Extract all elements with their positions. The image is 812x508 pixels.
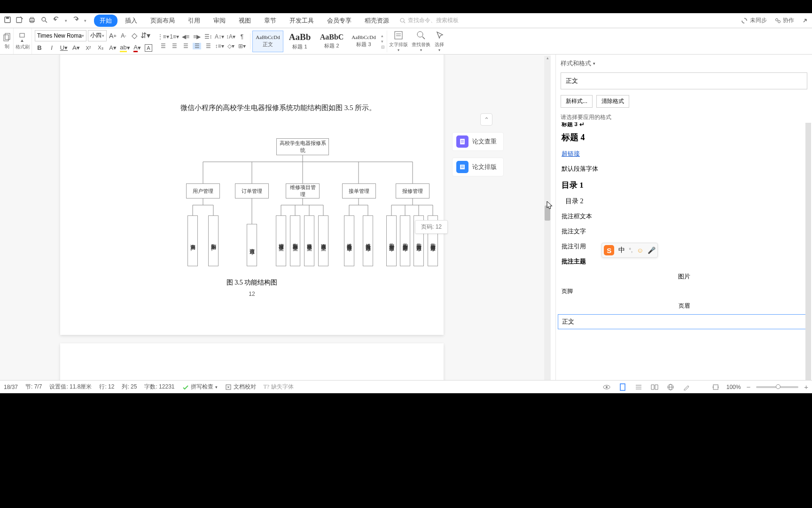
distribute-button[interactable]: ☰ bbox=[204, 43, 212, 49]
ime-lang[interactable]: 中 bbox=[618, 246, 625, 254]
command-search[interactable]: 查找命令、搜索模板 bbox=[399, 16, 459, 24]
fit-width-icon[interactable] bbox=[710, 383, 721, 391]
style-item-toc1[interactable]: 目录 1 bbox=[556, 176, 812, 194]
read-view-icon[interactable] bbox=[649, 383, 660, 391]
save-as-icon[interactable] bbox=[16, 16, 23, 25]
tab-resources[interactable]: 稻壳资源 bbox=[359, 15, 395, 27]
clear-format-button[interactable]: 清除格式 bbox=[596, 95, 629, 108]
tab-review[interactable]: 审阅 bbox=[208, 15, 231, 27]
proof-button[interactable]: 文档校对 bbox=[225, 383, 256, 391]
indent-right-button[interactable]: ≡▶ bbox=[193, 33, 201, 40]
bullets-button[interactable]: ⋮≡▾ bbox=[159, 33, 167, 40]
show-marks-button[interactable]: ¶ bbox=[238, 33, 246, 40]
numbering-button[interactable]: 1≡▾ bbox=[170, 33, 179, 40]
tab-member[interactable]: 会员专享 bbox=[321, 15, 357, 27]
web-view-icon[interactable] bbox=[665, 383, 676, 391]
style-item-header[interactable]: 页眉 bbox=[556, 299, 812, 313]
style-item-comment-theme[interactable]: 批注主题 bbox=[556, 254, 812, 269]
find-replace-button[interactable]: 查找替换▾ bbox=[410, 28, 432, 54]
style-item-comment-ref[interactable]: 批注引用 bbox=[556, 239, 812, 254]
sync-status[interactable]: 未同步 bbox=[741, 16, 767, 24]
spell-check-button[interactable]: 拼写检查▾ bbox=[182, 383, 218, 391]
line-height-button[interactable]: ☰↕ bbox=[204, 33, 212, 40]
ime-floating-bar[interactable]: S 中 °, ☺ 🎤 bbox=[601, 243, 658, 258]
zoom-out-button[interactable]: − bbox=[746, 383, 750, 391]
print-preview-icon[interactable] bbox=[40, 16, 48, 25]
save-icon[interactable] bbox=[4, 16, 11, 25]
subscript-button[interactable]: X₂ bbox=[96, 43, 105, 53]
align-justify-button[interactable]: ☰ bbox=[193, 43, 201, 49]
strikethrough-button[interactable]: A̶▾ bbox=[71, 43, 81, 53]
edit-mode-icon[interactable] bbox=[681, 383, 692, 391]
style-heading2[interactable]: AaBbC标题 2 bbox=[316, 31, 347, 52]
bold-button[interactable]: B bbox=[35, 43, 44, 53]
style-item-default-para-font[interactable]: 默认段落字体 bbox=[556, 161, 812, 176]
undo-dropdown[interactable]: ▾ bbox=[65, 18, 67, 23]
style-item-hyperlink[interactable]: 超链接 bbox=[556, 146, 812, 161]
style-heading3[interactable]: AaBbCcDd标题 3 bbox=[348, 31, 379, 52]
style-item-comment-box[interactable]: 批注框文本 bbox=[556, 209, 812, 224]
thesis-layout-button[interactable]: 论文排版 页码: 12 bbox=[452, 158, 504, 176]
align-left-button[interactable]: ☰ bbox=[159, 43, 167, 49]
clear-format-icon[interactable]: ◇ bbox=[130, 31, 139, 40]
plagiarism-check-button[interactable]: 论文查重 bbox=[452, 132, 504, 151]
borders-button[interactable]: ⊞▾ bbox=[238, 43, 246, 49]
ime-emoji-icon[interactable]: ☺ bbox=[637, 246, 643, 254]
underline-button[interactable]: U▾ bbox=[59, 43, 69, 53]
styles-down-icon[interactable]: ▾ bbox=[381, 39, 385, 44]
style-item-toc2[interactable]: 目录 2 bbox=[556, 194, 812, 209]
italic-button[interactable]: I bbox=[47, 43, 56, 53]
styles-more-icon[interactable]: ⊟ bbox=[381, 45, 385, 49]
select-button[interactable]: 选择▾ bbox=[432, 28, 446, 54]
text-direction-button[interactable]: A↕▾ bbox=[215, 33, 224, 40]
tab-section[interactable]: 章节 bbox=[258, 15, 282, 27]
style-heading1[interactable]: AaBb标题 1 bbox=[284, 31, 315, 52]
sort-button[interactable]: ↕A▾ bbox=[226, 33, 235, 40]
align-center-button[interactable]: ☰ bbox=[170, 43, 179, 49]
shading-button[interactable]: ◇▾ bbox=[226, 43, 235, 49]
redo-dropdown[interactable]: ▾ bbox=[84, 18, 86, 23]
share-button[interactable] bbox=[802, 17, 808, 24]
ime-punct[interactable]: °, bbox=[629, 247, 632, 254]
styles-pane-title[interactable]: 样式和格式▾ bbox=[556, 55, 812, 71]
status-line[interactable]: 行: 12 bbox=[99, 383, 114, 391]
copy-button[interactable]: 制 bbox=[1, 28, 14, 54]
style-item-heading4[interactable]: 标题 4 bbox=[556, 128, 812, 146]
undo-icon[interactable] bbox=[53, 16, 60, 25]
text-effects-button[interactable]: A▾ bbox=[108, 43, 117, 53]
style-item-image[interactable]: 图片 bbox=[556, 269, 812, 284]
zoom-slider[interactable] bbox=[756, 386, 798, 388]
font-color-button[interactable]: A▾ bbox=[133, 43, 142, 53]
page-view-icon[interactable] bbox=[617, 383, 628, 391]
status-section[interactable]: 节: 7/7 bbox=[25, 383, 42, 391]
status-column[interactable]: 列: 25 bbox=[122, 383, 137, 391]
tab-developer[interactable]: 开发工具 bbox=[284, 15, 320, 27]
zoom-value[interactable]: 100% bbox=[726, 384, 741, 390]
missing-font-button[interactable]: T?缺失字体 bbox=[264, 383, 294, 391]
zoom-in-button[interactable]: + bbox=[804, 383, 808, 391]
tab-references[interactable]: 引用 bbox=[182, 15, 206, 27]
current-style[interactable]: 正文 bbox=[561, 72, 807, 89]
tab-home[interactable]: 开始 bbox=[94, 15, 117, 27]
status-page[interactable]: 18/37 bbox=[4, 384, 18, 390]
sogou-icon[interactable]: S bbox=[604, 245, 614, 255]
indent-left-button[interactable]: ◀≡ bbox=[181, 33, 190, 40]
outline-view-icon[interactable] bbox=[633, 383, 644, 391]
new-style-button[interactable]: 新样式... bbox=[561, 95, 593, 108]
highlight-button[interactable]: ab▾ bbox=[120, 43, 130, 53]
ime-mic-icon[interactable]: 🎤 bbox=[648, 246, 656, 254]
eye-view-icon[interactable] bbox=[601, 383, 612, 391]
font-size-select[interactable]: 小四▾ bbox=[88, 30, 107, 41]
align-right-button[interactable]: ☰ bbox=[181, 43, 190, 49]
style-item-footer[interactable]: 页脚 bbox=[556, 284, 812, 299]
status-position[interactable]: 设置值: 11.8厘米 bbox=[49, 383, 92, 391]
redo-icon[interactable] bbox=[72, 16, 79, 25]
style-item-body[interactable]: 正文 bbox=[558, 314, 810, 329]
style-item-comment-text[interactable]: 批注文字 bbox=[556, 224, 812, 239]
tab-insert[interactable]: 插入 bbox=[119, 15, 143, 27]
text-layout-button[interactable]: 文字排版▾ bbox=[387, 28, 410, 54]
style-normal[interactable]: AaBbCcDd正文 bbox=[252, 31, 283, 52]
font-name-select[interactable]: Times New Roma▾ bbox=[35, 30, 86, 41]
superscript-button[interactable]: X² bbox=[84, 43, 93, 53]
char-border-button[interactable]: A bbox=[145, 44, 152, 52]
